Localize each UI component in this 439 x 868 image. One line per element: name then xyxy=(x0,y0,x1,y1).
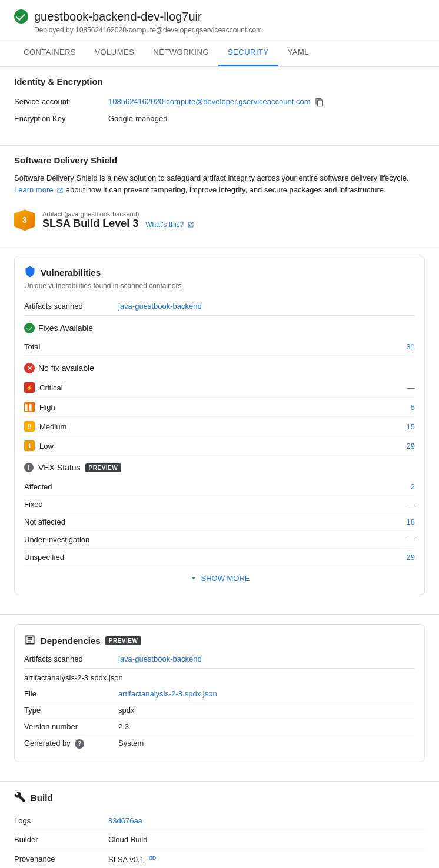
fixes-total-row: Total 31 xyxy=(24,338,415,356)
critical-label: Critical xyxy=(39,383,407,392)
dep-file-value: artifactanalysis-2-3.spdx.json xyxy=(118,686,415,702)
dep-title: Dependencies xyxy=(41,636,101,646)
severity-critical-row: ⚡ Critical — xyxy=(24,378,415,398)
total-value[interactable]: 31 xyxy=(407,342,415,351)
vex-fixed-row: Fixed — xyxy=(24,496,415,513)
show-more-button[interactable]: SHOW MORE xyxy=(24,566,415,585)
tab-yaml[interactable]: YAML xyxy=(278,39,318,66)
no-fix-section: ✕ No fix available ⚡ Critical — ▌▌ High … xyxy=(24,363,415,456)
severity-low-row: ℹ Low 29 xyxy=(24,436,415,456)
fixes-available-section: Fixes Available Total 31 xyxy=(24,323,415,356)
medium-value[interactable]: 15 xyxy=(407,422,415,431)
dep-type-row: Type spdx xyxy=(24,702,415,719)
build-builder-value: Cloud Build xyxy=(108,830,425,849)
shield-vuln-icon xyxy=(24,266,36,279)
vex-unspecified-value[interactable]: 29 xyxy=(407,553,415,562)
dep-type-label: Type xyxy=(24,702,118,719)
identity-encryption-table: Service account 1085624162020-compute@de… xyxy=(14,94,425,126)
dep-file-label: File xyxy=(24,686,118,702)
provenance-link-icon[interactable] xyxy=(148,855,157,864)
dep-file-link[interactable]: artifactanalysis-2-3.spdx.json xyxy=(118,689,217,698)
build-title: Build xyxy=(31,793,53,803)
dep-generated-by-value: System xyxy=(118,735,415,752)
artifacts-link[interactable]: java-guestbook-backend xyxy=(118,302,202,311)
fixes-check-icon xyxy=(24,323,35,333)
learn-more-link[interactable]: Learn more xyxy=(14,185,66,194)
total-label: Total xyxy=(24,342,407,351)
build-builder-row: Builder Cloud Build xyxy=(14,830,425,849)
copy-icon[interactable] xyxy=(315,98,324,107)
generated-by-info-icon[interactable]: ? xyxy=(75,739,84,749)
vulnerabilities-section: Vulnerabilities Unique vulnerabilities f… xyxy=(0,246,439,615)
severity-high-row: ▌▌ High 5 xyxy=(24,398,415,417)
status-icon xyxy=(14,9,28,24)
build-builder-label: Builder xyxy=(14,830,108,849)
severity-medium-row: ‼ Medium 15 xyxy=(24,417,415,436)
slsa-badge: 3 Artifact (java-guestbook-backend) SLSA… xyxy=(14,203,425,236)
no-fix-icon: ✕ xyxy=(24,363,35,373)
vex-under-investigation-row: Under investigation — xyxy=(24,531,415,549)
deps-icon xyxy=(24,634,36,647)
vex-affected-value[interactable]: 2 xyxy=(411,482,415,491)
dep-file-row: File artifactanalysis-2-3.spdx.json xyxy=(24,686,415,702)
vex-unspecified-row: Unspecified 29 xyxy=(24,549,415,566)
dep-version-label: Version number xyxy=(24,719,118,735)
dep-version-value: 2.3 xyxy=(118,719,415,735)
service-account-link[interactable]: 1085624162020-compute@developer.gservice… xyxy=(108,97,310,106)
build-logs-label: Logs xyxy=(14,812,108,830)
no-fix-title: No fix available xyxy=(38,363,94,373)
build-logs-link[interactable]: 83d676aa xyxy=(108,816,142,825)
dep-preview-badge: PREVIEW xyxy=(105,636,142,645)
vuln-title: Vulnerabilities xyxy=(41,268,101,278)
critical-value: — xyxy=(407,383,415,392)
dep-artifacts-row: Artifacts scanned java-guestbook-backend xyxy=(24,650,415,669)
vex-section: i VEX Status PREVIEW Affected 2 Fixed — … xyxy=(24,463,415,566)
sds-section: Software Delivery Shield Software Delive… xyxy=(0,146,439,247)
artifact-file-name: artifactanalysis-2-3.spdx.json xyxy=(24,669,415,686)
high-value[interactable]: 5 xyxy=(411,403,415,412)
dep-header: Dependencies PREVIEW xyxy=(24,634,415,647)
vuln-subtitle: Unique vulnerabilities found in scanned … xyxy=(24,282,415,290)
build-section: Build Logs 83d676aa Builder Cloud Build … xyxy=(0,782,439,868)
vex-not-affected-row: Not affected 18 xyxy=(24,513,415,531)
slsa-level-row: SLSA Build Level 3 What's this? xyxy=(42,218,194,230)
build-header: Build xyxy=(14,791,425,804)
slsa-info: Artifact (java-guestbook-backend) SLSA B… xyxy=(42,211,194,230)
artifacts-label: Artifacts scanned xyxy=(24,302,118,311)
tab-volumes[interactable]: VOLUMES xyxy=(85,39,144,66)
fixes-available-title: Fixes Available xyxy=(38,323,93,333)
build-logs-value: 83d676aa xyxy=(108,812,425,830)
wrench-icon xyxy=(14,791,26,804)
vex-not-affected-value[interactable]: 18 xyxy=(407,518,415,526)
dependencies-card: Dependencies PREVIEW Artifacts scanned j… xyxy=(14,624,425,762)
vex-fixed-value: — xyxy=(407,500,415,509)
medium-icon: ‼ xyxy=(24,421,35,432)
tab-networking[interactable]: NETWORKING xyxy=(144,39,218,66)
vex-preview-badge: PREVIEW xyxy=(85,463,122,472)
encryption-key-value: Google-managed xyxy=(108,111,425,126)
page-title: guestbook-backend-dev-llog7uir xyxy=(34,10,202,24)
tab-bar: CONTAINERS VOLUMES NETWORKING SECURITY Y… xyxy=(0,39,439,67)
high-icon: ▌▌ xyxy=(24,402,35,412)
slsa-shield-icon: 3 xyxy=(14,209,35,231)
vuln-header: Vulnerabilities xyxy=(24,266,415,279)
critical-icon: ⚡ xyxy=(24,382,35,393)
vex-under-investigation-value: — xyxy=(407,535,415,544)
low-icon: ℹ xyxy=(24,440,35,451)
sds-description: Software Delivery Shield is a new soluti… xyxy=(14,172,425,197)
high-label: High xyxy=(39,403,411,412)
dep-artifacts-link[interactable]: java-guestbook-backend xyxy=(118,655,202,663)
page-subtitle: Deployed by 1085624162020-compute@develo… xyxy=(34,26,425,34)
tab-security[interactable]: SECURITY xyxy=(218,39,278,66)
tab-containers[interactable]: CONTAINERS xyxy=(14,39,85,66)
service-account-row: Service account 1085624162020-compute@de… xyxy=(14,94,425,111)
build-provenance-value: SLSA v0.1 xyxy=(108,849,425,868)
whats-this-link[interactable]: What's this? xyxy=(145,221,194,229)
identity-encryption-title: Identity & Encryption xyxy=(14,76,425,86)
low-label: Low xyxy=(39,442,407,450)
vex-info-icon[interactable]: i xyxy=(24,463,34,472)
low-value[interactable]: 29 xyxy=(407,442,415,450)
dep-type-value: spdx xyxy=(118,702,415,719)
vex-header: i VEX Status PREVIEW xyxy=(24,463,415,472)
dep-version-row: Version number 2.3 xyxy=(24,719,415,735)
